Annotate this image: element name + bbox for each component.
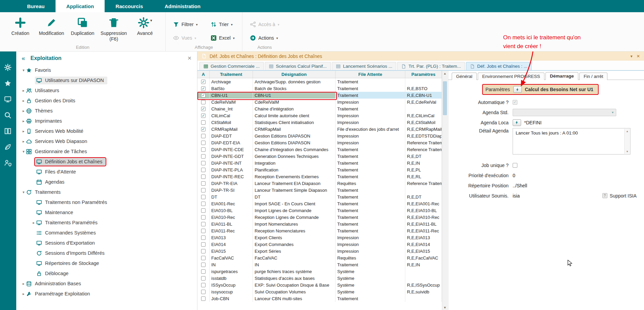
ribbon-button[interactable]: ▾ Duplication — [67, 14, 98, 42]
sidebar-tree-item[interactable]: Agendas — [16, 177, 197, 187]
scroll-down-icon[interactable]: ▾ — [626, 150, 628, 153]
strip-item[interactable] — [4, 96, 12, 103]
sidebar-tree-item[interactable]: ▸ Services Web Mobilité — [16, 126, 197, 136]
sidebar-tree-item[interactable]: ▸ Imprimantes — [16, 116, 197, 126]
row-checkbox[interactable] — [201, 147, 206, 152]
flash-button[interactable] — [513, 119, 521, 126]
support-isia-toggle[interactable]: ? Support ISIA — [602, 193, 637, 199]
row-checkbox[interactable] — [201, 269, 206, 274]
window-close-icon[interactable]: ✕ — [637, 54, 640, 59]
sidebar-tree-item[interactable]: Files d'Attente — [16, 167, 197, 177]
row-checkbox[interactable] — [201, 290, 206, 294]
table-row[interactable]: DIAP-INTE-CDE Chaine d'Integration des C… — [197, 146, 442, 153]
column-header-parametres[interactable]: Paramètres — [405, 71, 442, 78]
row-checkbox[interactable] — [201, 107, 206, 111]
ribbon-small-button[interactable]: Excel ▾ — [208, 32, 237, 44]
table-row[interactable]: BatSto Batch de Stocks Traitement R,E,BS… — [197, 85, 442, 92]
ribbon-small-button[interactable]: Filtrer ▾ — [170, 18, 200, 30]
sidebar-tree-item[interactable]: ▸ Traitements Paramétrés — [16, 218, 197, 228]
sidebar-tree-item[interactable]: ▾ Favoris — [16, 65, 197, 75]
table-row[interactable]: EIA015 Export Séries Impression R,E,EIA0… — [197, 248, 442, 254]
sidebar-tree-item[interactable]: Commandes Systèmes — [16, 228, 197, 238]
row-checkbox[interactable] — [201, 100, 206, 104]
scroll-up-icon[interactable]: ▴ — [626, 129, 628, 133]
table-row[interactable]: EIA010-Rec Reception Lignes de Commande … — [197, 214, 442, 221]
row-checkbox[interactable] — [201, 127, 206, 131]
row-checkbox[interactable] — [201, 263, 206, 267]
row-checkbox[interactable] — [201, 161, 206, 165]
sidebar-tree-item[interactable]: ▸ Services Web Diapason — [16, 136, 197, 146]
sidebar-tree-item[interactable]: ▾ Traitements — [16, 187, 197, 197]
menubar-tab[interactable]: Bureau — [16, 0, 56, 12]
table-row[interactable]: isstatdb Statistiques d'accès aux bases … — [197, 275, 442, 282]
automatique-checkbox[interactable] — [513, 100, 517, 105]
ribbon-button[interactable]: ▾ Suppression (F6) — [98, 14, 129, 42]
row-checkbox[interactable] — [201, 242, 206, 247]
menubar-tab[interactable]: Application — [56, 0, 105, 12]
column-header-designation[interactable]: Désignation — [253, 71, 336, 78]
document-tab[interactable]: Lancement Scénarios ... — [332, 62, 396, 70]
sidebar-tree-item[interactable]: Traitements non Paramétrés — [16, 197, 197, 207]
scroll-down-icon[interactable]: ▼ — [444, 305, 447, 310]
table-scrollbar[interactable]: ▲ ▼ — [442, 71, 448, 310]
table-row[interactable]: DIAP-INTE-GDT Generation Donnees Techniq… — [197, 153, 442, 160]
sidebar-tree-item[interactable]: Définition Jobs et Chaînes — [16, 157, 197, 167]
scroll-up-icon[interactable]: ▲ — [444, 71, 447, 76]
table-row[interactable]: CdeRelValM CdeRelValM Impression R,E,Cde… — [197, 99, 442, 105]
row-checkbox[interactable] — [201, 296, 206, 301]
row-checkbox[interactable] — [201, 208, 206, 213]
table-row[interactable]: EIA010-BL Import Lignes de Commande Trai… — [197, 207, 442, 214]
row-checkbox[interactable] — [201, 229, 206, 233]
table-row[interactable]: EIA001-Rec Import SAGE - En Cours Client… — [197, 200, 442, 207]
table-row[interactable]: Archivage Archivage/Supp. données gestio… — [197, 78, 442, 85]
strip-item[interactable] — [4, 111, 12, 119]
table-row[interactable]: DIAP-EDT-EIA Gestion Editions DIAPASON I… — [197, 139, 442, 146]
table-row[interactable]: ISSysOccup EXP: Suivi Occupation Disque … — [197, 282, 442, 288]
table-row[interactable]: IN IN Traitement R,E,IN — [197, 261, 442, 268]
detail-agenda-textarea[interactable]: Lancer Tous les jours : A 01:00 ▴ ▾ — [513, 128, 630, 154]
row-checkbox[interactable] — [201, 235, 206, 240]
sidebar-tree-item[interactable]: Répertoires de Stockage — [16, 258, 197, 268]
table-row[interactable]: CliLimCal Calcul limite autorisée client… — [197, 112, 442, 119]
table-row[interactable]: EIA014 Export Commandes Impression R,E,E… — [197, 241, 442, 248]
row-checkbox[interactable] — [201, 168, 206, 172]
column-header-file-attente[interactable]: File Attente — [336, 71, 405, 78]
ribbon-button[interactable]: ▾ Modification — [36, 14, 67, 42]
scrollbar-thumb[interactable] — [443, 81, 447, 115]
sidebar-tree-item[interactable]: ▸ Utilisateurs — [16, 85, 197, 96]
sidebar-tree-item[interactable]: ▸ Gestion des Droits — [16, 96, 197, 106]
column-header-traitement[interactable]: Traitement — [210, 71, 253, 78]
menubar-tab[interactable]: Raccourcis — [105, 0, 154, 12]
row-checkbox[interactable] — [201, 222, 206, 226]
close-icon[interactable]: ✕ — [187, 55, 192, 61]
table-row[interactable]: Chaine_Int Chaine d'intégration Traiteme… — [197, 105, 442, 112]
table-row[interactable]: DIAP-TR-SI Lanceur Traitement Simple Dia… — [197, 187, 442, 193]
table-row[interactable]: ispurgetraces purge fichiers traces syst… — [197, 268, 442, 275]
textarea-scrollbar[interactable]: ▴ ▾ — [624, 129, 630, 154]
document-tab[interactable]: Gestion Commerciale ... — [199, 62, 264, 70]
row-checkbox[interactable] — [201, 134, 206, 138]
sidebar-tree-item[interactable]: Maintenance — [16, 207, 197, 218]
window-menu-icon[interactable]: ▾ — [630, 54, 632, 59]
row-checkbox[interactable] — [201, 188, 206, 192]
table-row[interactable]: CBN-U1 CBN-U1 Traitement R,E,CBN-U1 — [197, 92, 442, 99]
row-checkbox[interactable] — [201, 215, 206, 220]
ribbon-small-button[interactable]: Trier ▾ — [208, 18, 237, 30]
row-checkbox[interactable] — [201, 249, 206, 253]
column-header-a[interactable]: A — [197, 71, 210, 78]
agenda-std-select[interactable]: ▾ — [513, 109, 616, 116]
ribbon-small-button[interactable]: Accès à ▾ — [247, 18, 282, 30]
document-tab[interactable]: Trt. Par. (PLG) : Traitem... — [397, 62, 465, 70]
table-row[interactable]: CliStaMoil Statistiques Client initialis… — [197, 119, 442, 126]
menubar-tab[interactable]: Administration — [154, 0, 211, 12]
table-row[interactable]: issysoccup Suivi Occupation Volumes Syst… — [197, 288, 442, 295]
sidebar-tree-item[interactable]: ▸ Administration Bases — [16, 278, 197, 289]
row-checkbox[interactable] — [201, 276, 206, 281]
strip-item[interactable] — [4, 64, 12, 71]
sidebar-tree-item[interactable]: Sessions d'Exportation — [16, 238, 197, 248]
ribbon-button[interactable]: ▾ Avancé — [129, 14, 160, 42]
sidebar-tree-item[interactable]: ▾ Gestionnaire de Tâches — [16, 146, 197, 157]
row-checkbox[interactable] — [201, 283, 206, 287]
row-checkbox[interactable] — [201, 86, 206, 91]
table-row[interactable]: DIAP-INTE-PLA Planification Traitement R… — [197, 166, 442, 173]
